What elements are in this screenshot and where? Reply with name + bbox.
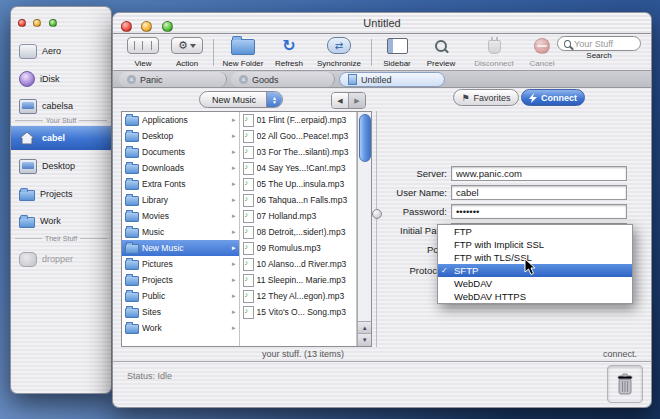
folder-row[interactable]: Projects ▸ [122,272,239,288]
new-folder-button[interactable]: New Folder [219,36,267,69]
toolbar-separator [213,39,214,66]
sidebar-item-dropper[interactable]: dropper [11,247,111,271]
server-input[interactable] [451,166,627,181]
chevron-right-icon: ▸ [232,324,236,332]
desktop: Aero iDisk cabelsa Your Stuff cabel Desk… [0,0,660,419]
folder-row[interactable]: Documents ▸ [122,144,239,160]
close-tab-icon[interactable]: × [127,75,136,84]
folder-row[interactable]: Pictures ▸ [122,256,239,272]
tab-goods[interactable]: × Goods [231,72,335,87]
action-button[interactable]: ⚙ Action [165,36,209,69]
mouse-cursor [524,258,536,280]
document-icon [348,74,357,85]
scrollbar-thumb[interactable] [359,114,371,162]
status-divider [113,361,651,362]
folder-row[interactable]: Applications ▸ [122,112,239,128]
folder-row[interactable]: Desktop ▸ [122,128,239,144]
sidebar-item-projects[interactable]: Projects [11,182,111,206]
favorites-button[interactable]: Favorites [453,89,519,106]
chevron-right-icon: ▸ [232,132,236,140]
close-button[interactable] [18,19,26,27]
folder-row[interactable]: Library ▸ [122,192,239,208]
connect-button[interactable]: Connect [521,89,585,106]
zoom-button[interactable] [49,19,57,27]
sidebar-item-idisk[interactable]: iDisk [11,67,111,91]
folder-icon [125,196,139,206]
gear-icon: ⚙ [171,37,203,54]
protocol-menu-item[interactable]: FTP with Implicit SSL [438,238,632,251]
close-tab-icon[interactable]: × [239,75,248,84]
cancel-button[interactable]: Cancel [523,36,561,69]
file-row[interactable]: 05 The Up...insula.mp3 [240,176,357,192]
synchronize-button[interactable]: Synchronize [311,36,367,69]
file-row[interactable]: 07 Holland.mp3 [240,208,357,224]
folder-row[interactable]: Movies ▸ [122,208,239,224]
mp3-file-icon [243,194,254,207]
sidebar-item-cabelsa[interactable]: cabelsa [11,94,111,118]
mp3-file-icon [243,306,254,319]
file-row[interactable]: 11 Sleepin... Marie.mp3 [240,272,357,288]
sidebar-item-cabel[interactable]: cabel [11,126,111,150]
your-stuff-divider: Your Stuff [11,117,111,124]
folder-row[interactable]: Music ▸ [122,224,239,240]
folder-row[interactable]: Extra Fonts ▸ [122,176,239,192]
folder-icon [125,276,139,286]
search-area: Search [557,36,641,60]
chevron-right-icon: ▸ [232,260,236,268]
folder-icon [125,292,139,302]
bolt-icon [529,93,537,103]
folder-row[interactable]: Work ▸ [122,320,239,336]
mp3-file-icon [243,274,254,287]
username-input[interactable] [451,185,627,200]
their-stuff-divider: Their Stuff [11,235,111,242]
view-button[interactable]: View [123,36,163,69]
file-row[interactable]: 15 Vito's O... Song.mp3 [240,304,357,320]
sidebar-item-desktop[interactable]: Desktop [11,154,111,178]
tab-panic[interactable]: × Panic [119,72,227,87]
scroll-down-icon[interactable]: ▼ [358,333,371,346]
protocol-menu-item[interactable]: WebDAV HTTPS [438,290,632,303]
back-button[interactable]: ◀ [332,93,348,108]
folder-row[interactable]: Sites ▸ [122,304,239,320]
chevron-right-icon: ▸ [232,116,236,124]
tab-untitled[interactable]: Untitled [339,72,445,87]
sidebar-item-work[interactable]: Work [11,209,111,233]
file-row[interactable]: 04 Say Yes...!Can!.mp3 [240,160,357,176]
file-row[interactable]: 12 They Al...egon).mp3 [240,288,357,304]
sidebar-item-aero[interactable]: Aero [11,39,111,63]
file-row[interactable]: 02 All Goo...Peace!.mp3 [240,128,357,144]
protocol-menu-item[interactable]: FTP [438,225,632,238]
file-row[interactable]: 09 Romulus.mp3 [240,240,357,256]
mp3-file-icon [243,114,254,127]
file-row[interactable]: 03 For The...silanti).mp3 [240,144,357,160]
password-input[interactable] [451,204,627,219]
folder-row[interactable]: Downloads ▸ [122,160,239,176]
chevron-right-icon: ▸ [232,276,236,284]
sidebar-button[interactable]: Sidebar [377,36,417,69]
password-label: Password: [353,206,447,217]
popup-arrows-icon: ▲▼ [266,92,282,107]
connect-status: connect. [603,349,637,359]
folder-icon [125,244,139,254]
file-row[interactable]: 06 Tahqua...n Falls.mp3 [240,192,357,208]
search-field[interactable] [557,36,641,51]
trash-icon[interactable] [615,371,635,397]
folder-column: Applications ▸ Desktop ▸ Documents ▸ Dow… [122,112,240,346]
folder-popup[interactable]: New Music ▲▼ [199,91,283,108]
folder-icon [125,308,139,318]
mp3-file-icon [243,258,254,271]
folder-row[interactable]: New Music ▸ [122,240,239,256]
mp3-file-icon [243,242,254,255]
file-row[interactable]: 10 Alanso...d River.mp3 [240,256,357,272]
minimize-button[interactable] [33,19,41,27]
preview-button[interactable]: Preview [419,36,463,69]
flag-icon [461,93,469,103]
forward-button[interactable]: ▶ [348,93,365,108]
file-row[interactable]: 08 Detroit,...sider!).mp3 [240,224,357,240]
refresh-button[interactable]: Refresh [269,36,309,69]
file-row[interactable]: 01 Flint (F...erpaid).mp3 [240,112,357,128]
disconnect-button[interactable]: Disconnect [467,36,521,69]
folder-row[interactable]: Public ▸ [122,288,239,304]
titlebar[interactable]: Untitled [113,13,651,34]
search-input[interactable] [574,39,634,49]
